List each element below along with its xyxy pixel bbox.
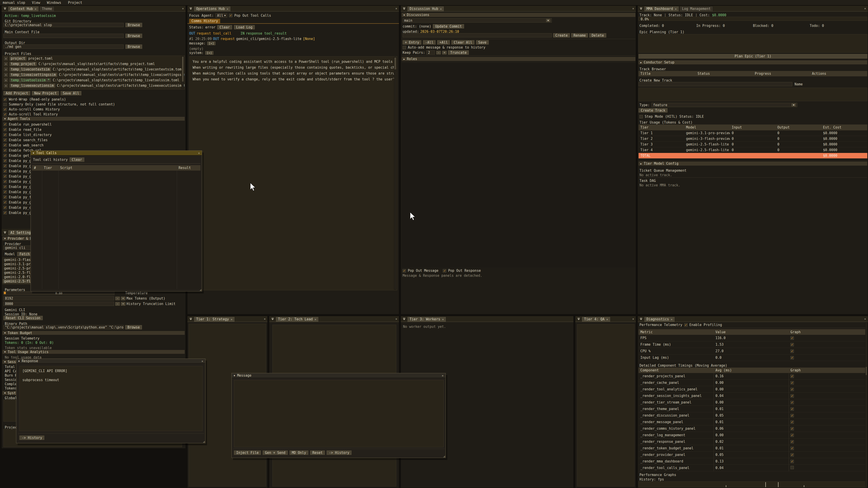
message-action-button[interactable]: Inject File <box>234 451 261 455</box>
tool-calls-titlebar[interactable]: ▼ Tool Calls ✕ <box>31 151 202 156</box>
dropdown-icon[interactable]: ▼ <box>792 103 796 106</box>
response-titlebar[interactable]: ▼ Response ✕ <box>16 359 205 363</box>
pop-out-tool-calls-checkbox[interactable] <box>229 14 232 17</box>
message-action-button[interactable]: MD Only <box>289 451 308 455</box>
agent-tool-row[interactable]: Enable read_file <box>3 127 52 132</box>
option-row[interactable]: Auto-scroll Tool History <box>3 112 115 117</box>
option-checkbox[interactable] <box>3 108 7 111</box>
agent-tool-row[interactable]: Enable list_directory <box>3 132 52 137</box>
minus-button[interactable]: - <box>115 302 120 306</box>
project-badge[interactable]: temp_project <box>9 62 37 66</box>
component-graph-checkbox[interactable] <box>790 394 794 398</box>
tab-context-hub[interactable]: Context Hub ✕ <box>8 6 39 11</box>
option-row[interactable]: Summary Only (send file structure, not f… <box>3 102 115 107</box>
plan-epic-button[interactable]: Plan Epic (Tier 1) <box>639 54 867 59</box>
create-track-button[interactable]: Create Track <box>639 108 668 112</box>
agent-tool-checkbox[interactable] <box>3 206 7 209</box>
tab-operations-hub[interactable]: Operations Hub ✕ <box>194 6 231 11</box>
tool-usage-header[interactable]: ▼ Tool Usage Analytics <box>2 350 185 354</box>
close-icon[interactable]: ✕ <box>675 7 677 10</box>
agent-tool-checkbox[interactable] <box>3 201 7 204</box>
component-graph-checkbox[interactable] <box>790 388 794 391</box>
expand-message-button[interactable]: [+] <box>207 41 215 45</box>
collapse-open-icon[interactable]: ▼ <box>33 152 34 154</box>
component-graph-checkbox[interactable] <box>790 447 794 450</box>
agent-tool-checkbox[interactable] <box>3 169 7 173</box>
remove-file-icon[interactable]: x <box>4 68 8 71</box>
system-box-scrollbar[interactable] <box>394 57 397 290</box>
tab-tier2[interactable]: Tier 2: Tech Lead ✕ <box>276 317 319 322</box>
close-icon[interactable]: ✕ <box>231 318 232 321</box>
rename-discussion-button[interactable]: Rename <box>571 33 588 37</box>
enable-profiling-checkbox[interactable] <box>684 323 688 327</box>
panel-menu-icon[interactable] <box>639 6 644 11</box>
remove-file-icon[interactable]: x <box>4 84 8 88</box>
clear-tool-calls-button[interactable]: Clear <box>70 158 84 162</box>
dropdown-icon[interactable]: ▼ <box>546 19 550 22</box>
component-graph-checkbox[interactable] <box>790 408 794 411</box>
metric-graph-checkbox[interactable] <box>790 350 794 353</box>
close-icon[interactable]: ✕ <box>606 318 608 321</box>
track-name-input[interactable] <box>639 82 792 86</box>
panel-menu-icon[interactable] <box>2 6 7 11</box>
dock-close-icon[interactable]: ✕ <box>864 7 866 10</box>
agent-tool-checkbox[interactable] <box>3 149 7 152</box>
expand-system-button[interactable]: [+] <box>205 51 213 55</box>
component-graph-checkbox[interactable] <box>790 466 794 469</box>
agent-tool-checkbox[interactable] <box>3 123 7 126</box>
panel-menu-icon[interactable] <box>188 317 193 321</box>
dock-close-icon[interactable]: ✕ <box>182 7 184 10</box>
collapse-open-icon[interactable]: ▼ <box>18 360 20 362</box>
panel-menu-icon[interactable] <box>576 317 581 321</box>
component-graph-checkbox[interactable] <box>790 460 794 463</box>
option-row[interactable]: Word-Wrap (Read-only panels) <box>3 97 115 102</box>
message-action-button[interactable]: Gen + Send <box>263 451 287 455</box>
tab-discussion-hub[interactable]: Discussion Hub ✕ <box>407 6 444 11</box>
menu-item[interactable]: Windows <box>47 1 61 5</box>
message-window[interactable]: ▼ Message ✕ Inject FileGen + SendMD Only… <box>231 373 446 458</box>
load-log-button[interactable]: Load Log <box>234 25 255 29</box>
component-graph-checkbox[interactable] <box>790 453 794 457</box>
truncate-button[interactable]: Truncate <box>448 51 469 55</box>
panel-menu-icon[interactable] <box>188 6 193 11</box>
track-type-select[interactable]: feature ▼ <box>651 103 797 107</box>
component-graph-checkbox[interactable] <box>790 381 794 385</box>
system-prompt-box[interactable]: You are a helpful coding assistant with … <box>189 56 397 290</box>
dock-close-icon[interactable]: ✕ <box>632 318 634 320</box>
agent-tool-row[interactable]: Enable search_files <box>3 137 52 142</box>
history-action-button[interactable]: Save <box>476 40 489 44</box>
output-dir-input[interactable]: ./md_gen <box>3 44 124 49</box>
tool-calls-table-body[interactable] <box>32 170 200 289</box>
message-action-button[interactable]: Reset <box>310 451 325 455</box>
metric-graph-checkbox[interactable] <box>790 343 794 346</box>
agent-tool-checkbox[interactable] <box>3 128 7 131</box>
discussion-name-input[interactable] <box>403 33 552 37</box>
agent-tool-checkbox[interactable] <box>3 143 7 147</box>
create-discussion-button[interactable]: Create <box>553 33 570 37</box>
project-file-row[interactable]: x temp_livetoolssim * C:\projects\manual… <box>3 77 184 83</box>
output-dir-browse-button[interactable]: Browse <box>125 44 142 49</box>
plus-button[interactable]: + <box>121 297 125 300</box>
discussion-select[interactable]: main ▼ <box>403 18 552 23</box>
conductor-setup-header[interactable]: ▶ Conductor Setup <box>639 60 867 64</box>
remove-file-icon[interactable]: x <box>4 73 8 76</box>
tier4-output[interactable] <box>577 324 634 486</box>
project-badge[interactable]: temp_livecontextsim <box>9 67 51 71</box>
agent-tool-checkbox[interactable] <box>3 175 7 178</box>
message-action-button[interactable]: -> History <box>327 451 351 455</box>
close-icon[interactable]: ✕ <box>226 7 228 10</box>
main-context-file-input[interactable] <box>3 34 124 38</box>
close-icon[interactable]: ✕ <box>35 7 36 10</box>
plus-button[interactable]: + <box>121 302 125 306</box>
history-list-area[interactable] <box>402 62 636 267</box>
menu-item[interactable]: Project <box>68 1 82 5</box>
project-badge[interactable]: temp_livetoolssim * <box>9 78 51 82</box>
agent-tool-checkbox[interactable] <box>3 164 7 168</box>
dock-close-icon[interactable]: ✕ <box>864 318 866 320</box>
keep-pairs-input[interactable]: 2 <box>426 51 435 55</box>
reset-cli-session-button[interactable]: Reset CLI Session <box>3 316 43 320</box>
tab-comms-history[interactable]: Comms History <box>189 19 220 23</box>
panel-menu-icon[interactable] <box>402 6 407 11</box>
component-graph-checkbox[interactable] <box>790 433 794 437</box>
agent-tool-checkbox[interactable] <box>3 185 7 188</box>
